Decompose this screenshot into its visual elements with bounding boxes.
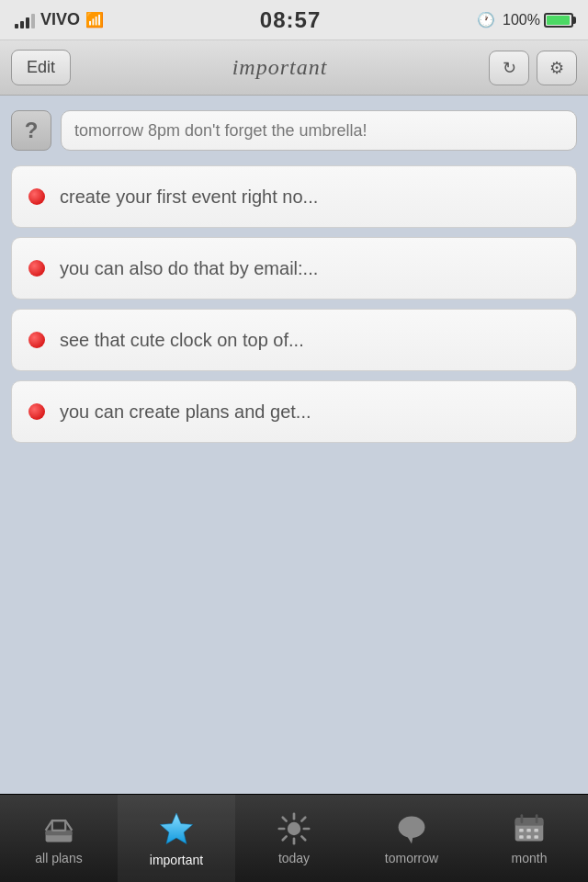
svg-line-11 [301,817,305,820]
svg-rect-18 [519,829,524,832]
content-area: ? create your first event right no... yo… [0,96,588,467]
tab-important[interactable]: important [118,795,235,882]
signal-bars-icon [15,12,35,28]
svg-point-13 [399,816,425,837]
carrier-label: VIVO [40,10,80,29]
list-item[interactable]: you can also do that by email:... [11,237,577,300]
svg-rect-17 [515,821,544,825]
tab-month[interactable]: month [470,795,588,882]
red-dot-icon [28,260,45,277]
settings-button[interactable]: ⚙ [537,51,577,85]
red-dot-icon [28,403,45,420]
tab-today[interactable]: today [235,795,353,882]
battery-percent: 100% [503,12,540,28]
star-icon [158,810,195,847]
list-item[interactable]: you can create plans and get... [11,380,577,443]
calendar-icon [513,812,546,845]
svg-rect-2 [52,820,65,831]
red-dot-icon [28,332,45,348]
edit-button[interactable]: Edit [11,50,71,85]
tab-today-label: today [278,851,310,865]
svg-marker-14 [407,835,413,843]
sun-burst-icon [277,812,311,845]
tab-month-label: month [512,851,548,865]
nav-right-buttons: ↻ ⚙ [489,51,577,85]
tab-bar: all plans important [0,794,588,882]
red-dot-icon [28,188,45,205]
tab-tomorrow[interactable]: tomorrow [353,795,470,882]
refresh-button[interactable]: ↻ [489,51,529,85]
status-left: VIVO 📶 [15,10,104,29]
question-badge: ? [11,110,51,151]
settings-icon: ⚙ [549,58,564,78]
nav-bar: Edit important ↻ ⚙ [0,40,588,96]
svg-rect-19 [526,829,531,832]
event-input[interactable] [61,110,577,151]
question-mark: ? [25,118,39,143]
svg-line-9 [283,817,287,820]
item-text: create your first event right no... [60,187,318,208]
item-text: you can create plans and get... [60,401,311,423]
wifi-icon: 📶 [85,11,104,28]
status-right: 🕐 100% [477,11,573,28]
item-text: you can also do that by email:... [60,258,318,279]
refresh-icon: ↻ [503,58,516,78]
svg-point-4 [288,821,300,834]
input-row: ? [11,110,577,151]
battery-icon [544,13,573,28]
item-text: see that cute clock on top of... [60,330,304,351]
svg-marker-3 [160,813,192,844]
svg-rect-20 [534,829,538,832]
battery-container: 100% [503,12,573,28]
nav-title: important [232,55,328,80]
list-item[interactable]: create your first event right no... [11,165,577,228]
clock-icon: 🕐 [477,11,495,28]
tab-tomorrow-label: tomorrow [385,851,438,865]
chat-bubble-icon [395,812,428,845]
status-time: 08:57 [260,7,321,33]
tab-all-plans-label: all plans [35,851,82,865]
svg-rect-23 [534,835,538,839]
list-item[interactable]: see that cute clock on top of... [11,309,577,371]
tab-all-plans[interactable]: all plans [0,795,118,882]
tab-important-label: important [150,853,203,867]
inbox-tray-icon [42,812,75,845]
battery-fill [547,16,570,25]
svg-rect-22 [526,835,531,839]
svg-line-10 [301,836,305,840]
status-bar: VIVO 📶 08:57 🕐 100% [0,0,588,40]
svg-line-12 [283,836,287,840]
svg-rect-21 [519,835,524,839]
